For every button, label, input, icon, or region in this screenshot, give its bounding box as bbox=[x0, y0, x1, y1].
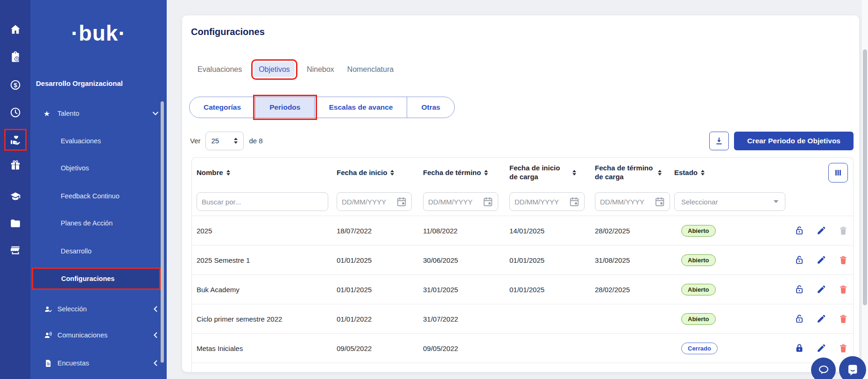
money-icon[interactable]: $ bbox=[9, 78, 21, 91]
cell-fecha-inicio: 01/01/2025 bbox=[332, 256, 418, 264]
sidebar-item-feedback-continuo[interactable]: Feedback Continuo bbox=[30, 189, 167, 204]
graduation-cap-icon[interactable] bbox=[9, 190, 21, 203]
page-scrollbar-track bbox=[862, 0, 868, 379]
sidebar-item-encuestas[interactable]: Encuestas bbox=[30, 356, 167, 371]
column-header-fecha-termino[interactable]: Fecha de término bbox=[418, 168, 505, 177]
sidebar-item-configuraciones[interactable]: Configuraciones bbox=[32, 267, 161, 290]
subtab-otras[interactable]: Otras bbox=[407, 97, 454, 118]
column-header-estado[interactable]: Estado bbox=[670, 168, 794, 177]
chat-window-icon bbox=[846, 363, 860, 377]
toolbar-actions: Crear Periodo de Objetivos bbox=[709, 132, 854, 150]
sidebar-item-label: Comunicaciones bbox=[57, 331, 107, 339]
sidebar-item-label: Evaluaciones bbox=[61, 137, 101, 145]
sidebar-item-planes-de-accion[interactable]: Planes de Acción bbox=[30, 216, 167, 231]
star-icon: ★ bbox=[43, 109, 50, 118]
sort-icon[interactable] bbox=[390, 170, 394, 176]
sidebar-item-label: Selección bbox=[57, 305, 87, 313]
sidebar-item-evaluaciones[interactable]: Evaluaciones bbox=[30, 133, 167, 148]
carga-termino-filter-input[interactable] bbox=[595, 192, 670, 211]
home-icon[interactable] bbox=[9, 23, 21, 35]
folder-icon[interactable] bbox=[9, 217, 21, 229]
tab-ninebox[interactable]: Ninebox bbox=[306, 62, 335, 77]
lock-closed-icon[interactable] bbox=[794, 343, 804, 353]
icon-rail: $ bbox=[0, 0, 30, 379]
tab-nomenclatura[interactable]: Nomenclatura bbox=[346, 62, 395, 77]
fecha-inicio-filter-input[interactable] bbox=[337, 192, 412, 211]
carga-inicio-filter-input[interactable] bbox=[509, 192, 585, 211]
fecha-termino-filter-input[interactable] bbox=[423, 192, 498, 211]
sidebar-item-label: Desarrollo bbox=[61, 247, 92, 255]
subtab-periodos[interactable]: Periodos bbox=[255, 97, 315, 118]
sidebar-item-seleccion[interactable]: Selección bbox=[30, 302, 167, 316]
column-header-nombre[interactable]: Nombre bbox=[192, 168, 332, 177]
page-scrollbar[interactable] bbox=[863, 49, 867, 305]
total-count-label: de 8 bbox=[249, 137, 263, 145]
sidebar-section-title: Desarrollo Organizacional bbox=[36, 79, 123, 87]
sort-icon[interactable] bbox=[658, 170, 662, 176]
delete-trash-icon[interactable] bbox=[838, 343, 848, 353]
gift-icon[interactable] bbox=[9, 159, 21, 171]
table-bottom-spacer bbox=[192, 363, 853, 372]
clipboard-clock-icon[interactable] bbox=[9, 50, 21, 63]
edit-pencil-icon[interactable] bbox=[816, 255, 826, 265]
chevron-left-icon bbox=[152, 305, 159, 313]
column-header-fecha-inicio[interactable]: Fecha de inicio bbox=[332, 168, 418, 177]
sort-icon[interactable] bbox=[226, 170, 230, 176]
table-row: 2025 Semestre 1 01/01/2025 30/06/2025 01… bbox=[192, 245, 853, 274]
tab-objetivos[interactable]: Objetivos bbox=[254, 62, 295, 77]
sidebar-scrollbar[interactable] bbox=[161, 101, 164, 363]
document-icon bbox=[43, 358, 53, 368]
download-icon bbox=[714, 136, 724, 146]
storefront-icon[interactable] bbox=[9, 244, 21, 256]
column-settings-button[interactable] bbox=[828, 163, 848, 182]
delete-trash-icon[interactable] bbox=[838, 284, 848, 295]
tab-bar: Evaluaciones Objetivos Ninebox Nomenclat… bbox=[197, 62, 395, 77]
delete-trash-icon[interactable] bbox=[838, 314, 848, 324]
delete-trash-icon[interactable] bbox=[838, 255, 848, 265]
sidebar-item-objetivos[interactable]: Objetivos bbox=[30, 161, 167, 175]
lock-open-icon[interactable] bbox=[794, 314, 804, 324]
lock-open-icon[interactable] bbox=[794, 225, 804, 236]
table-filter-row: Seleccionar bbox=[192, 188, 853, 216]
sort-icon[interactable] bbox=[484, 170, 488, 176]
sidebar-item-talento[interactable]: ★ Talento bbox=[30, 106, 167, 121]
page-size-select[interactable]: 25 bbox=[205, 132, 244, 150]
chat-bubble-button[interactable] bbox=[811, 358, 836, 379]
cell-carga-inicio: 01/01/2025 bbox=[505, 256, 590, 264]
person-voice-icon bbox=[43, 330, 53, 340]
estado-filter-select[interactable]: Seleccionar bbox=[674, 192, 785, 211]
sort-icon[interactable] bbox=[572, 170, 576, 176]
chevron-down-icon bbox=[152, 110, 159, 117]
edit-pencil-icon[interactable] bbox=[816, 284, 826, 295]
app-window: $ bbox=[0, 0, 868, 379]
history-clock-icon[interactable] bbox=[9, 106, 21, 119]
search-input[interactable] bbox=[197, 192, 328, 211]
table-row: 2025 18/07/2022 11/08/2022 14/01/2025 28… bbox=[192, 216, 853, 245]
lock-open-icon[interactable] bbox=[794, 255, 804, 265]
subtab-categorias[interactable]: Categorías bbox=[190, 97, 255, 118]
sidebar-item-comunicaciones[interactable]: Comunicaciones bbox=[30, 328, 167, 343]
lock-open-icon[interactable] bbox=[794, 284, 804, 295]
sidebar-item-desarrollo[interactable]: Desarrollo bbox=[30, 244, 167, 259]
subtab-escalas-de-avance[interactable]: Escalas de avance bbox=[315, 97, 407, 118]
column-header-fecha-inicio-carga[interactable]: Fecha de inicio de carga bbox=[505, 164, 590, 182]
cell-fecha-termino: 31/01/2025 bbox=[418, 286, 505, 294]
support-chat-button[interactable] bbox=[839, 356, 866, 379]
cell-nombre: 2025 Semestre 1 bbox=[192, 256, 332, 264]
sort-icon[interactable] bbox=[701, 170, 705, 176]
chevron-down-icon bbox=[774, 200, 778, 203]
cell-carga-inicio: 14/01/2025 bbox=[505, 227, 590, 235]
edit-pencil-icon[interactable] bbox=[816, 314, 826, 324]
cell-fecha-inicio: 01/01/2022 bbox=[332, 315, 418, 323]
create-period-button[interactable]: Crear Periodo de Objetivos bbox=[734, 132, 854, 150]
edit-pencil-icon[interactable] bbox=[816, 225, 826, 236]
speech-bubble-icon bbox=[817, 364, 830, 377]
delete-trash-icon-disabled[interactable] bbox=[838, 225, 848, 236]
cell-fecha-termino: 09/05/2022 bbox=[418, 344, 505, 352]
column-header-fecha-termino-carga[interactable]: Fecha de término de carga bbox=[590, 164, 670, 182]
periods-table: Nombre Fecha de inicio Fecha de término … bbox=[191, 157, 854, 372]
edit-pencil-icon[interactable] bbox=[816, 343, 826, 353]
talent-hand-heart-annotation-box[interactable] bbox=[4, 129, 27, 151]
tab-evaluaciones[interactable]: Evaluaciones bbox=[197, 62, 243, 77]
download-button[interactable] bbox=[709, 132, 729, 150]
